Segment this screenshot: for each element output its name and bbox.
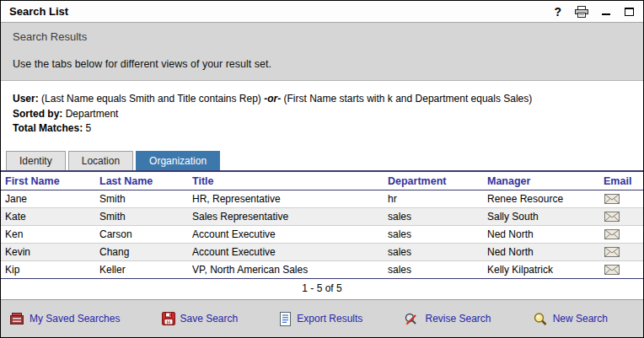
table-row: Kip Keller VP, North American Sales sale… [1,260,644,278]
col-last-name: Last Name [95,172,188,190]
cell-title: HR, Representative [188,190,384,207]
pagination-status: 1 - 5 of 5 [1,279,643,298]
envelope-icon[interactable] [604,265,641,275]
action-label: New Search [553,313,608,325]
results-header-panel: Search Results Use the tabs below for di… [1,22,643,81]
saved-searches-icon [9,312,24,325]
cell-manager: Renee Resource [483,190,599,207]
col-manager: Manager [483,172,599,190]
cell-manager: Ned North [483,225,599,243]
view-tabs: Identity Location Organization [1,151,643,172]
cell-title: Sales Representative [188,207,384,225]
or-text: -or- [264,93,281,105]
col-email: Email [599,172,644,190]
cell-department: hr [384,190,483,207]
cell-manager: Sally South [483,207,599,225]
action-label: Revise Search [425,313,491,325]
titlebar-icons: ? [554,5,635,19]
criteria-1: (Last Name equals Smith and Title contai… [41,93,261,105]
cell-first-name: Jane [1,190,95,207]
maximize-icon[interactable] [625,5,635,19]
col-title: Title [188,172,384,190]
envelope-icon[interactable] [604,194,641,204]
cell-title: Account Executive [188,243,384,260]
page-subtitle: Use the tabs below for different views o… [13,58,631,70]
cell-manager: Ned North [483,243,599,260]
cell-first-name: Kevin [1,243,95,260]
total-matches-value: 5 [85,122,91,134]
svg-text:H: H [166,319,169,325]
envelope-icon[interactable] [604,229,641,239]
cell-first-name: Ken [1,225,95,243]
search-list-window: Search List ? [0,0,644,338]
revise-search-button[interactable]: Revise Search [404,312,491,326]
total-matches-line: Total Matches: 5 [13,121,631,137]
table-row: Jane Smith HR, Representative hr Renee R… [1,190,644,207]
envelope-icon[interactable] [604,212,641,222]
save-search-button[interactable]: H Save Search [162,312,239,325]
page-title: Search Results [13,30,631,43]
action-label: Export Results [297,313,362,325]
cell-title: Account Executive [188,225,384,243]
cell-department: sales [384,207,483,225]
cell-manager: Kelly Kilpatrick [483,260,599,278]
sorted-by-label: Sorted by: [13,108,62,120]
cell-first-name: Kip [1,260,95,278]
cell-last-name: Smith [95,207,188,225]
user-label: User: [13,93,39,105]
cell-title: VP, North American Sales [188,260,384,278]
col-department: Department [384,172,483,190]
save-search-icon: H [162,312,175,325]
cell-last-name: Chang [95,243,188,260]
col-first-name: First Name [1,172,95,190]
cell-first-name: Kate [1,207,95,225]
results-table: First Name Last Name Title Department Ma… [1,172,644,279]
table-row: Kate Smith Sales Representative sales Sa… [1,207,644,225]
action-label: My Saved Searches [30,313,120,325]
total-matches-label: Total Matches: [13,122,83,134]
window-title: Search List [9,5,68,18]
cell-last-name: Keller [95,260,188,278]
action-bar: My Saved Searches H Save Search [1,299,643,337]
help-icon[interactable]: ? [554,5,561,19]
minimize-icon[interactable] [602,5,611,19]
query-summary: User: (Last Name equals Smith and Title … [1,81,643,143]
criteria-2: (First Name starts with k and Department… [284,93,533,105]
user-criteria-line: User: (Last Name equals Smith and Title … [13,92,631,107]
table-row: Kevin Chang Account Executive sales Ned … [1,243,644,260]
tab-location[interactable]: Location [68,151,133,170]
envelope-icon[interactable] [604,247,641,257]
export-results-button[interactable]: Export Results [279,312,362,326]
sorted-by-line: Sorted by: Department [13,107,631,122]
cell-department: sales [384,243,483,260]
table-header-row: First Name Last Name Title Department Ma… [1,172,644,190]
cell-department: sales [384,260,483,278]
titlebar: Search List ? [1,1,643,22]
new-search-button[interactable]: New Search [533,312,608,326]
revise-search-icon [404,312,420,326]
tab-identity[interactable]: Identity [6,151,66,170]
sorted-by-value: Department [66,108,119,120]
export-results-icon [279,312,292,326]
printer-icon[interactable] [575,5,588,19]
my-saved-searches-button[interactable]: My Saved Searches [9,312,120,325]
table-row: Ken Carson Account Executive sales Ned N… [1,225,644,243]
action-label: Save Search [180,313,239,325]
new-search-icon [533,312,548,326]
cell-last-name: Carson [95,225,188,243]
cell-last-name: Smith [95,190,188,207]
cell-department: sales [384,225,483,243]
tab-organization[interactable]: Organization [136,151,220,170]
